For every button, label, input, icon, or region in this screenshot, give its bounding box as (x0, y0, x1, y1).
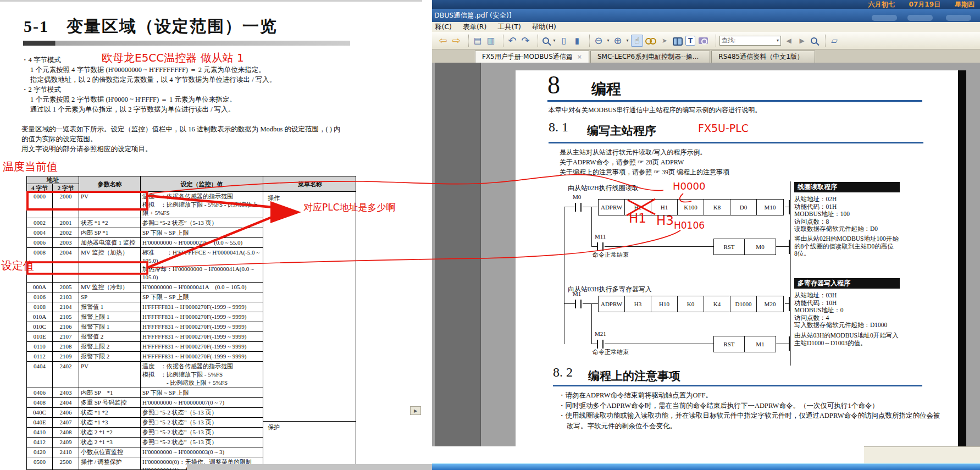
tab-close-icon[interactable]: × (577, 53, 582, 60)
fit-page-icon[interactable]: ▯ (558, 35, 570, 47)
chapter-intro: 本章中对有关MODBUS串行通信中主站程序的编写示例的内容进行说明。 (549, 106, 761, 115)
window-edge (0, 0, 422, 2)
cell-addr4: 0006 (27, 238, 53, 247)
table-row: 0410 2408 状态 2 *1 *2 参照□ “5-2 状态”（5-13 页… (27, 428, 263, 438)
tab-label: RS485通信资料（中文1版） (718, 52, 804, 62)
contact-symbol (597, 242, 603, 251)
search-input[interactable]: 查找: ▾ (719, 36, 781, 46)
reading-mode-icon[interactable] (645, 38, 656, 43)
cell-setting-value: SP 下限 ~ SP 上限 (141, 292, 263, 302)
document-tab[interactable]: RS485通信资料（中文1版） (711, 51, 815, 63)
cell-param-name: SP (79, 292, 141, 302)
document-tab[interactable]: FX5用户手册-MODBUS通信篇 × (475, 51, 589, 63)
contact-symbol (597, 340, 603, 349)
instruction-cell: ADPRW (599, 200, 625, 215)
wire (776, 344, 789, 344)
cell-param-name: 内部 SP *1 (79, 388, 141, 397)
table-row: 0106 2103 SP SP 下限 ~ SP 上限 (27, 292, 263, 302)
menu-item[interactable]: 帮助(H) (532, 23, 556, 32)
menu-item[interactable]: 工具(T) (497, 23, 521, 32)
text-line: ・2 字节模式 (21, 85, 414, 95)
taskbar[interactable] (432, 463, 980, 470)
cell-addr4: 040E (27, 418, 53, 427)
separator[interactable] (712, 34, 716, 47)
search-placeholder: 查找: (722, 36, 736, 45)
find-prev-icon[interactable]: ◀ (783, 35, 795, 47)
wire (605, 344, 713, 344)
cell-addr4: 040C (27, 408, 53, 417)
cell-addr4: 0106 (27, 292, 53, 302)
forward-icon[interactable]: ⇨ (450, 35, 462, 47)
cell-addr2: 2402 (53, 362, 79, 388)
clipboard-icon[interactable]: ▥ (485, 35, 497, 47)
chevron-down-icon[interactable]: ▾ (777, 38, 779, 43)
toolbar: ⇦⇨▤▥↶↷▾▯▮⊖▾⊕▾☝➤T 查找: ▾ ◀▶▱ (432, 32, 980, 49)
zoom-out-icon[interactable]: ⊖ (593, 35, 605, 47)
dropdown-icon[interactable]: ▾ (606, 35, 611, 47)
cell-setting-value: H'00000000 ~ H'0000041A (0.0 ~ 105.0) (141, 283, 263, 292)
edit-icon[interactable]: ▱ (828, 35, 840, 47)
cell-addr2: 2408 (53, 428, 79, 437)
separator[interactable] (465, 34, 469, 47)
cell-addr4: 010C (27, 322, 53, 331)
wire (583, 303, 598, 304)
navigation-panel[interactable] (435, 63, 481, 446)
instruction-cell: D0 (730, 200, 757, 215)
separator[interactable] (586, 34, 590, 47)
find-next-icon[interactable]: ▶ (796, 35, 808, 47)
text-select-icon[interactable]: T (685, 36, 695, 46)
scroll-right-button[interactable]: ▶ (410, 406, 421, 415)
dropdown-icon[interactable]: ▾ (625, 35, 630, 47)
cell-addr2: 2109 (53, 352, 79, 361)
table-header: 地址 4 字节 2 字节 参数名称 设定（监控）值 菜单名称 (27, 176, 356, 192)
table-row: 0408 2404 多重 SP 号码监控 H'00000000 ~ H'0000… (27, 398, 263, 408)
cell-param-name: 操作 / 调整保护 (79, 457, 141, 470)
fit-width-icon[interactable]: ▮ (571, 35, 583, 47)
menu-item[interactable]: 表单(R) (463, 23, 486, 32)
ladder1-contact-label: M0 (573, 193, 581, 200)
separator[interactable] (500, 34, 503, 47)
zoom-tool-icon[interactable] (542, 37, 549, 44)
wire (564, 303, 575, 304)
separator[interactable] (822, 34, 826, 47)
cell-param-name: PV (79, 192, 141, 218)
undo-icon[interactable]: ↶ (506, 35, 518, 47)
ladder2-reset: RSTM1 (713, 336, 776, 352)
text-line: 关于ADPRW命令，请参照 ☞ 28页 ADPRW (560, 157, 729, 167)
select-arrow-icon[interactable]: ➤ (658, 35, 671, 47)
table-row: 0008 2004 MV 监控（加热） 标准 ：H'FFFFFFCE ~ H'0… (27, 248, 263, 283)
text-line: 关于编程上的注意事项，请参照 ☞ 39页 编程上的注意事项 (560, 167, 729, 177)
note2-header: 多寄存器写入程序 (794, 278, 900, 289)
cell-setting-value: H'FFFFF831 ~ H'0000270F(-1999 ~ 9999) (141, 332, 263, 341)
zoom-in-icon[interactable]: ⊕ (612, 35, 624, 47)
cell-param-name: 报警上限 1 (79, 312, 141, 322)
cell-addr2: 2407 (53, 418, 79, 427)
cell-addr2: 2105 (53, 312, 79, 322)
document-tab[interactable]: SMC-LECP6系列电缸控制器--操... (590, 51, 710, 63)
cell-addr2: 2108 (53, 342, 79, 351)
snapshot-icon[interactable]: ▤ (472, 35, 484, 47)
toolbar-icon-group: ◀▶▱ (782, 34, 841, 47)
back-icon[interactable]: ⇦ (437, 35, 449, 47)
separator[interactable] (534, 34, 538, 47)
section-paragraph: 是从主站对从站进行软元件读取/写入的程序示例。关于ADPRW命令，请参照 ☞ 2… (560, 147, 729, 177)
col-header-menu: 菜单名称 (263, 176, 356, 192)
text-line: 是从主站对从站进行软元件读取/写入的程序示例。 (560, 147, 729, 157)
instruction-cell: M1 (745, 336, 776, 352)
camera-icon[interactable] (699, 37, 708, 44)
table-row: 040C 2406 状态 *1 *2 参照□ “5-2 状态”（5-13 页） (27, 408, 263, 418)
dropdown-icon[interactable]: ▾ (552, 35, 557, 47)
find-magnifier-icon[interactable] (811, 37, 817, 44)
horizontal-scrollbar-thumb[interactable] (187, 464, 432, 470)
wire (776, 246, 789, 247)
cell-param-name: 状态 *1 *2 (79, 218, 141, 228)
cell-addr4: 0108 (27, 302, 53, 312)
menu-item[interactable]: 释(C) (435, 23, 452, 32)
cell-setting-value: 温度 ：依据各传感器的指示范围 模拟 ：比例缩放下限 - 5%FS - 比例缩放… (141, 192, 263, 218)
search-binoculars-icon[interactable] (673, 37, 683, 44)
cell-addr2: 2107 (53, 332, 79, 341)
instruction-cell: M0 (745, 239, 776, 255)
redo-icon[interactable]: ↷ (519, 35, 531, 47)
cell-setting-value: 参照□ “5-2 状态”（5-13 页） (141, 418, 263, 427)
hand-tool-icon[interactable]: ☝ (631, 35, 643, 47)
